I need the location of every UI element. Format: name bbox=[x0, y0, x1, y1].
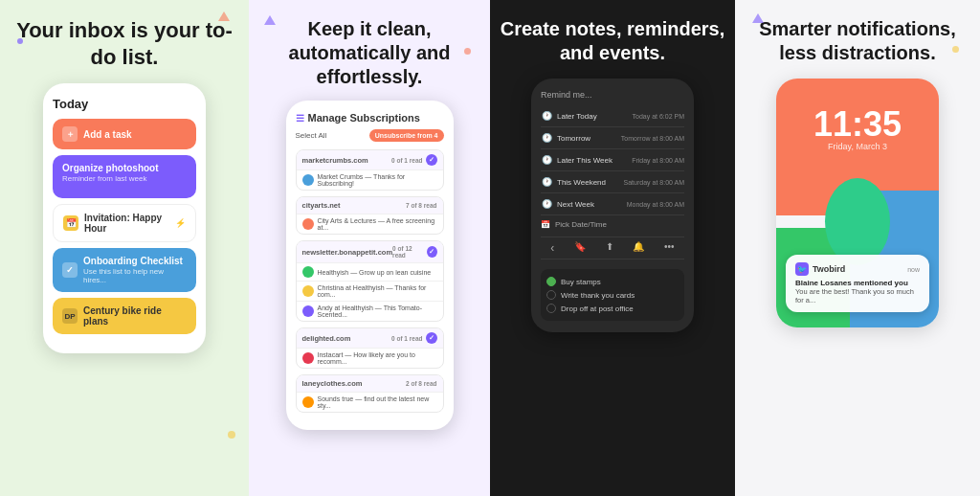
sub-check-1[interactable]: ✓ bbox=[426, 154, 437, 166]
task-invite[interactable]: 📅 Invitation: Happy Hour ⚡ bbox=[53, 204, 196, 242]
remind-time-2: Friday at 8:00 AM bbox=[632, 157, 684, 164]
phone-mockup-notes: Remind me... 🕐 Later Today Today at 6:02… bbox=[531, 79, 694, 332]
sub-domain-5: laneyclothes.com bbox=[302, 379, 363, 388]
deco-dot-4 bbox=[952, 46, 959, 53]
sub-count-4: 0 of 1 read bbox=[391, 335, 423, 342]
task-century[interactable]: DP Century bike ride plans bbox=[53, 298, 196, 334]
remind-item-1[interactable]: 🕐 Tomorrow Tomorrow at 8:00 AM bbox=[541, 127, 684, 149]
notif-body: You are the best! Thank you so much for … bbox=[795, 287, 920, 304]
editor-toolbar: ‹ 🔖 ⬆ 🔔 ••• bbox=[541, 237, 684, 259]
calendar-icon-2: 📅 bbox=[541, 220, 550, 229]
unsubscribe-button[interactable]: Unsubscribe from 4 bbox=[369, 129, 444, 142]
sub-domain-2: cityarts.net bbox=[302, 201, 341, 210]
sub-domain-3: newsletter.bonappetit.com bbox=[302, 248, 393, 257]
task-checkbox-1[interactable] bbox=[546, 290, 556, 300]
task-checkbox-2[interactable] bbox=[546, 304, 556, 313]
sub-group-5: laneyclothes.com 2 of 8 read Sounds true… bbox=[296, 374, 444, 413]
sub-domain-4: delighted.com bbox=[302, 334, 351, 343]
sub-item-4-1: Instacart — How likely are you to recomm… bbox=[297, 348, 443, 368]
task-checkbox-0[interactable] bbox=[546, 277, 556, 286]
deco-triangle-2 bbox=[264, 15, 276, 25]
panel-2-headline: Keep it clean, automatically and effortl… bbox=[256, 17, 482, 89]
panel-1-headline: Your inbox is your to-do list. bbox=[11, 17, 237, 70]
back-icon[interactable]: ‹ bbox=[550, 241, 554, 255]
add-icon: ＋ bbox=[62, 126, 78, 142]
sub-item-label-1-1: Market Crumbs — Thanks for Subscribing! bbox=[318, 173, 437, 187]
sub-group-2: cityarts.net 7 of 8 read City Arts & Lec… bbox=[296, 196, 444, 235]
dark-task-label-1: Write thank you cards bbox=[561, 291, 635, 300]
menu-icon: ☰ bbox=[296, 113, 304, 124]
dark-task-label-0: Buy stamps bbox=[561, 278, 601, 286]
more-icon[interactable]: ••• bbox=[664, 241, 675, 255]
remind-label-0: Later Today bbox=[557, 112, 597, 121]
task-add-task[interactable]: ＋ Add a task bbox=[53, 119, 196, 149]
sub-check-4[interactable]: ✓ bbox=[426, 332, 437, 344]
notif-time: now bbox=[907, 266, 920, 273]
remind-item-0[interactable]: 🕐 Later Today Today at 6:02 PM bbox=[541, 105, 684, 127]
remind-time-4: Monday at 8:00 AM bbox=[627, 201, 684, 208]
manage-subs-header: ☰ Manage Subscriptions bbox=[296, 112, 444, 124]
task-onboard-sub: Use this list to help new hires... bbox=[83, 267, 187, 284]
sub-check-3[interactable]: ✓ bbox=[427, 246, 437, 258]
clock-icon-1: 🕐 bbox=[541, 132, 552, 144]
dark-task-0: Buy stamps bbox=[546, 275, 679, 288]
phone-mockup-inbox: Today ＋ Add a task Organize photoshoot R… bbox=[43, 83, 206, 353]
sub-item-label-3-1: Healthyish — Grow up on lean cuisine bbox=[318, 269, 432, 276]
dark-task-2: Drop off at post office bbox=[546, 302, 679, 315]
sub-group-4-header: delighted.com 0 of 1 read ✓ bbox=[297, 328, 443, 348]
deco-triangle-4 bbox=[752, 13, 764, 23]
select-all-text[interactable]: Select All bbox=[296, 131, 327, 140]
remind-time-0: Today at 6:02 PM bbox=[633, 113, 684, 120]
pick-date-time[interactable]: 📅 Pick Date/Time bbox=[541, 220, 684, 229]
clock-overlay: 11:35 Friday, March 3 bbox=[813, 107, 902, 151]
sub-item-2-1: City Arts & Lectures — A free screening … bbox=[297, 214, 443, 234]
clock-icon-4: 🕐 bbox=[541, 198, 552, 210]
clock-icon-3: 🕐 bbox=[541, 176, 552, 188]
remind-item-2[interactable]: 🕐 Later This Week Friday at 8:00 AM bbox=[541, 149, 684, 171]
task-organize[interactable]: Organize photoshoot Reminder from last w… bbox=[53, 155, 196, 198]
bookmark-icon[interactable]: 🔖 bbox=[574, 241, 586, 255]
sub-avatar-3c bbox=[302, 305, 314, 317]
remind-item-3[interactable]: 🕐 This Weekend Saturday at 8:00 AM bbox=[541, 171, 684, 193]
remind-label-2: Later This Week bbox=[557, 156, 612, 165]
notif-app-label: Twobird bbox=[813, 264, 845, 274]
task-century-label: Century bike ride plans bbox=[83, 305, 187, 327]
twobird-app-icon: 🐦 bbox=[795, 262, 809, 276]
sub-item-3-3: Andy at Healthyish — This Tomato-Scented… bbox=[297, 301, 443, 321]
sub-count-3: 0 of 12 read bbox=[392, 245, 424, 259]
task-invite-label: Invitation: Happy Hour bbox=[84, 213, 167, 234]
reminder-icon[interactable]: 🔔 bbox=[633, 241, 644, 255]
remind-label-3: This Weekend bbox=[557, 178, 606, 187]
sub-item-label-5-1: Sounds true — find out the latest new st… bbox=[318, 395, 437, 409]
sub-item-label-4-1: Instacart — How likely are you to recomm… bbox=[318, 351, 437, 365]
notif-app-name: 🐦 Twobird bbox=[795, 262, 845, 276]
dark-note-area: Buy stamps Write thank you cards Drop of… bbox=[541, 269, 684, 321]
panel-notifications: Smarter notifications, less distractions… bbox=[735, 0, 980, 496]
sub-avatar-3b bbox=[302, 285, 314, 297]
sub-avatar-2 bbox=[302, 218, 314, 230]
sub-count-2: 7 of 8 read bbox=[406, 202, 437, 209]
sub-item-3-1: Healthyish — Grow up on lean cuisine bbox=[297, 262, 443, 281]
notification-card: 🐦 Twobird now Blaine Losanes mentioned y… bbox=[786, 255, 929, 312]
panel-subscriptions: Keep it clean, automatically and effortl… bbox=[249, 0, 490, 496]
today-label: Today bbox=[53, 97, 196, 111]
task-onboard[interactable]: ✓ Onboarding Checklist Use this list to … bbox=[53, 248, 196, 292]
lightning-icon: ⚡ bbox=[175, 218, 186, 228]
clock-icon-0: 🕐 bbox=[541, 110, 552, 122]
task-organize-sub: Reminder from last week bbox=[62, 174, 187, 183]
share-icon[interactable]: ⬆ bbox=[606, 241, 613, 255]
manage-subs-title: Manage Subscriptions bbox=[308, 112, 420, 124]
remind-item-4[interactable]: 🕐 Next Week Monday at 8:00 AM bbox=[541, 193, 684, 215]
sub-item-label-3-3: Andy at Healthyish — This Tomato-Scented… bbox=[318, 304, 437, 318]
remind-label-4: Next Week bbox=[557, 200, 594, 209]
remind-label-1: Tomorrow bbox=[557, 134, 590, 143]
checklist-icon: ✓ bbox=[62, 262, 78, 278]
dark-task-label-2: Drop off at post office bbox=[561, 304, 634, 313]
deco-triangle-1 bbox=[218, 11, 230, 21]
sub-group-2-header: cityarts.net 7 of 8 read bbox=[297, 197, 443, 214]
sub-count-1: 0 of 1 read bbox=[391, 157, 423, 164]
notif-header: 🐦 Twobird now bbox=[795, 262, 920, 276]
remind-time-3: Saturday at 8:00 AM bbox=[624, 179, 684, 186]
sub-item-5-1: Sounds true — find out the latest new st… bbox=[297, 392, 443, 412]
sub-avatar-1 bbox=[302, 174, 314, 186]
